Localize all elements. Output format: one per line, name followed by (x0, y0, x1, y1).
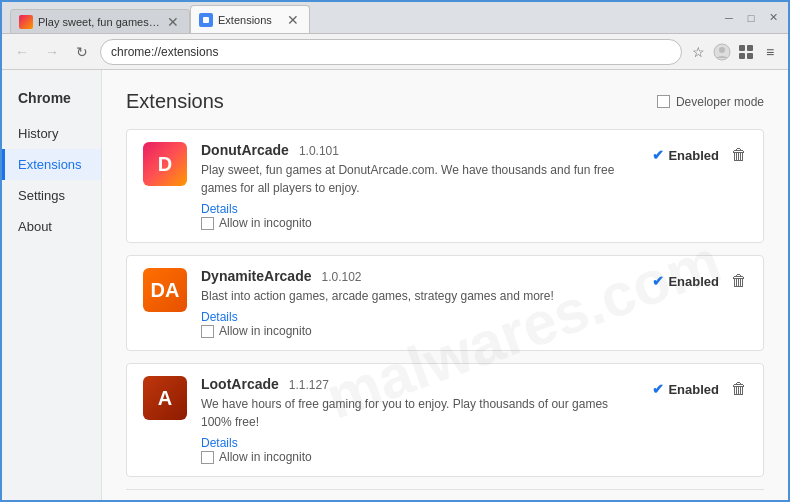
profile-icon[interactable] (712, 42, 732, 62)
tab-2-favicon (199, 13, 213, 27)
lootarcade-incognito-checkbox[interactable] (201, 451, 214, 464)
donutarcade-version: 1.0.101 (299, 144, 339, 158)
svg-rect-7 (747, 53, 753, 59)
lootarcade-icon: A (143, 376, 187, 420)
browser-frame: Play sweet, fun games at ... ✕ Extension… (0, 0, 790, 502)
tab-1-favicon (19, 15, 33, 29)
back-button[interactable]: ← (10, 40, 34, 64)
tab-2-title: Extensions (218, 14, 280, 26)
lootarcade-checkmark: ✔ (652, 381, 664, 397)
lootarcade-description: We have hours of free gaming for you to … (201, 395, 638, 431)
window-controls: ─ □ ✕ (722, 11, 780, 25)
donutarcade-description: Play sweet, fun games at DonutArcade.com… (201, 161, 638, 197)
dynamitearcade-body: DynamiteArcade 1.0.102 Blast into action… (201, 268, 638, 338)
dynamitearcade-enabled: ✔ Enabled (652, 273, 719, 289)
extensions-icon[interactable] (736, 42, 756, 62)
forward-button[interactable]: → (40, 40, 64, 64)
menu-icon[interactable]: ≡ (760, 42, 780, 62)
dynamitearcade-icon: DA (143, 268, 187, 312)
tab-1-close[interactable]: ✕ (165, 14, 181, 30)
sidebar-item-settings[interactable]: Settings (2, 180, 101, 211)
dynamitearcade-incognito-checkbox[interactable] (201, 325, 214, 338)
donutarcade-incognito[interactable]: Allow in incognito (201, 216, 638, 230)
dynamitearcade-checkmark: ✔ (652, 273, 664, 289)
tab-2[interactable]: Extensions ✕ (190, 5, 310, 33)
dynamitearcade-name: DynamiteArcade (201, 268, 312, 284)
tab-1[interactable]: Play sweet, fun games at ... ✕ (10, 9, 190, 33)
dynamitearcade-delete-button[interactable]: 🗑 (731, 272, 747, 290)
svg-rect-1 (203, 17, 209, 23)
tab-2-close[interactable]: ✕ (285, 12, 301, 28)
address-bar[interactable]: chrome://extensions (100, 39, 682, 65)
svg-rect-6 (739, 53, 745, 59)
lootarcade-version: 1.1.127 (289, 378, 329, 392)
lootarcade-details-link[interactable]: Details (201, 436, 238, 450)
bookmark-icon[interactable]: ☆ (688, 42, 708, 62)
donutarcade-icon: D (143, 142, 187, 186)
sidebar-item-about[interactable]: About (2, 211, 101, 242)
tab-1-title: Play sweet, fun games at ... (38, 16, 160, 28)
lootarcade-top-row: LootArcade 1.1.127 (201, 376, 638, 392)
lootarcade-body: LootArcade 1.1.127 We have hours of free… (201, 376, 638, 464)
donutarcade-body: DonutArcade 1.0.101 Play sweet, fun game… (201, 142, 638, 230)
donutarcade-checkmark: ✔ (652, 147, 664, 163)
dynamitearcade-incognito[interactable]: Allow in incognito (201, 324, 638, 338)
extensions-title: Extensions (126, 90, 224, 113)
address-bar-row: ← → ↻ chrome://extensions ☆ ≡ (2, 34, 788, 70)
sidebar: Chrome History Extensions Settings About (2, 70, 102, 500)
extensions-footer: Get more extensions Keyboard shortcuts (126, 489, 764, 500)
minimize-button[interactable]: ─ (722, 11, 736, 25)
donutarcade-details-link[interactable]: Details (201, 202, 238, 216)
svg-rect-4 (739, 45, 745, 51)
extensions-content: malwares.com Extensions Developer mode D… (102, 70, 788, 500)
sidebar-item-history[interactable]: History (2, 118, 101, 149)
svg-rect-5 (747, 45, 753, 51)
address-url: chrome://extensions (111, 45, 671, 59)
dev-mode-label: Developer mode (676, 95, 764, 109)
dynamitearcade-description: Blast into action games, arcade games, s… (201, 287, 638, 305)
dynamitearcade-controls: ✔ Enabled 🗑 (652, 268, 747, 290)
donutarcade-controls: ✔ Enabled 🗑 (652, 142, 747, 164)
dynamitearcade-top-row: DynamiteArcade 1.0.102 (201, 268, 638, 284)
extensions-header: Extensions Developer mode (126, 90, 764, 113)
extension-lootarcade: A LootArcade 1.1.127 We have hours of fr… (126, 363, 764, 477)
donutarcade-delete-button[interactable]: 🗑 (731, 146, 747, 164)
dynamitearcade-version: 1.0.102 (322, 270, 362, 284)
sidebar-item-extensions[interactable]: Extensions (2, 149, 101, 180)
close-button[interactable]: ✕ (766, 11, 780, 25)
dynamitearcade-details-link[interactable]: Details (201, 310, 238, 324)
donutarcade-enabled: ✔ Enabled (652, 147, 719, 163)
toolbar-icons: ☆ ≡ (688, 42, 780, 62)
title-bar: Play sweet, fun games at ... ✕ Extension… (2, 2, 788, 34)
lootarcade-incognito[interactable]: Allow in incognito (201, 450, 638, 464)
lootarcade-controls: ✔ Enabled 🗑 (652, 376, 747, 398)
reload-button[interactable]: ↻ (70, 40, 94, 64)
maximize-button[interactable]: □ (744, 11, 758, 25)
lootarcade-delete-button[interactable]: 🗑 (731, 380, 747, 398)
lootarcade-name: LootArcade (201, 376, 279, 392)
donutarcade-name: DonutArcade (201, 142, 289, 158)
extension-donutarcade: D DonutArcade 1.0.101 Play sweet, fun ga… (126, 129, 764, 243)
lootarcade-enabled: ✔ Enabled (652, 381, 719, 397)
donutarcade-incognito-checkbox[interactable] (201, 217, 214, 230)
svg-point-3 (719, 47, 725, 53)
donutarcade-top-row: DonutArcade 1.0.101 (201, 142, 638, 158)
sidebar-header: Chrome (2, 86, 101, 118)
dev-mode-checkbox[interactable] (657, 95, 670, 108)
extension-dynamitearcade: DA DynamiteArcade 1.0.102 Blast into act… (126, 255, 764, 351)
tab-strip: Play sweet, fun games at ... ✕ Extension… (10, 2, 714, 33)
dev-mode-toggle[interactable]: Developer mode (657, 95, 764, 109)
main-content: Chrome History Extensions Settings About… (2, 70, 788, 500)
